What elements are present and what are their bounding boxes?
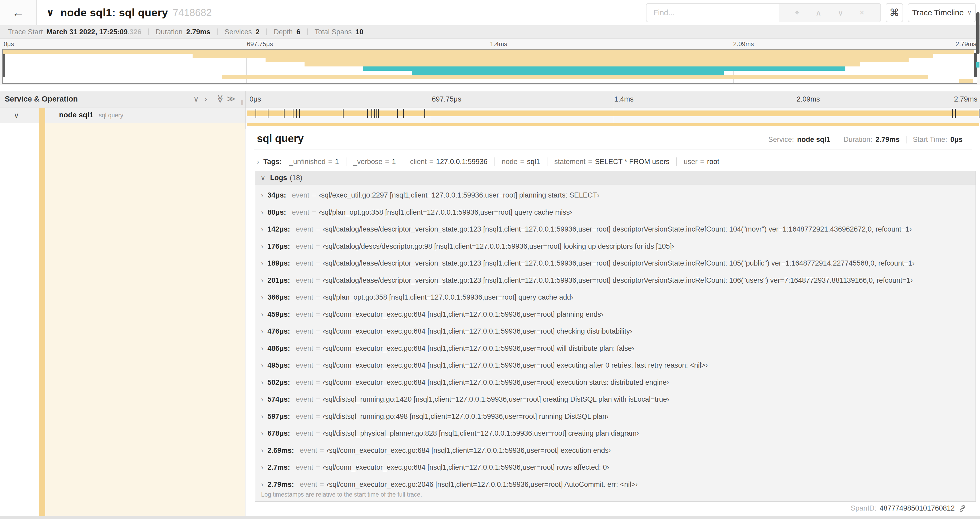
scrollbar-thumb[interactable] [976, 12, 980, 54]
meta-value: 0μs [950, 136, 963, 144]
log-equals: = [320, 447, 324, 454]
span-row-name-cell[interactable]: ∨ node sql1sql query [0, 108, 245, 123]
log-timestamp: 502μs: [267, 378, 290, 386]
log-entry-row[interactable]: ›2.69ms:event=‹sql/conn_executor_exec.go… [261, 447, 611, 455]
minimap-span-row [363, 67, 845, 71]
tag-equals: = [385, 158, 389, 166]
expand-all-icon[interactable]: ≫ [227, 95, 235, 103]
summary-divider [217, 29, 218, 35]
log-entry-row[interactable]: ›459μs:event=‹sql/conn_executor_exec.go:… [261, 310, 603, 319]
chevron-right-icon: › [257, 158, 259, 166]
minimap-span-row [266, 58, 908, 62]
log-equals: = [316, 463, 320, 471]
log-equals: = [316, 242, 320, 250]
summary-item: Duration2.79ms [156, 28, 210, 36]
keyboard-shortcuts-button[interactable]: ⌘ [886, 3, 903, 22]
log-entry-row[interactable]: ›142μs:event=‹sql/catalog/lease/descript… [261, 225, 912, 233]
log-entry-row[interactable]: ›476μs:event=‹sql/conn_executor_exec.go:… [261, 327, 632, 335]
log-field-key: event [292, 191, 309, 199]
clear-icon[interactable]: × [860, 8, 864, 18]
log-entry-row[interactable]: ›80μs:event=‹sql/plan_opt.go:358 [nsql1,… [261, 208, 572, 217]
timeline-tick-label: 2.09ms [797, 95, 820, 103]
meta-label: Duration: [843, 136, 872, 144]
summary-divider [266, 29, 267, 35]
log-field-key: event [296, 361, 313, 369]
span-duration-bar[interactable] [247, 110, 979, 116]
log-entry-row[interactable]: ›176μs:event=‹sql/catalog/descs/descript… [261, 242, 674, 251]
log-entry-row[interactable]: ›678μs:event=‹sql/distsql_physical_plann… [261, 430, 639, 438]
collapse-all-icon[interactable]: ≫ [216, 94, 224, 103]
log-entry-row[interactable]: ›201μs:event=‹sql/catalog/lease/descript… [261, 276, 913, 284]
log-field-key: event [300, 447, 317, 454]
log-tick-mark [979, 109, 980, 118]
log-entry-row[interactable]: ›574μs:event=‹sql/distsql_running.go:142… [261, 395, 670, 404]
log-entry-row[interactable]: ›34μs:event=‹sql/exec_util.go:2297 [nsql… [261, 191, 599, 200]
tag-equals: = [328, 158, 332, 166]
log-entry-row[interactable]: ›486μs:event=‹sql/conn_executor_exec.go:… [261, 345, 634, 353]
chevron-right-icon: › [261, 192, 263, 199]
minimap-tick-label: 2.79ms [956, 40, 976, 48]
logs-section: ∨ Logs (18) ›34μs:event=‹sql/exec_util.g… [255, 171, 976, 501]
span-expander-icon[interactable]: ∨ [14, 111, 19, 120]
tags-row[interactable]: ›Tags:_unfinished=1_verbose=1client=127.… [257, 155, 719, 168]
minimap-span-row [412, 71, 724, 75]
chevron-right-icon: › [261, 396, 263, 403]
span-color-accent [39, 108, 45, 123]
log-field-value: ‹sql/conn_executor_exec.go:684 [nsql1,cl… [323, 327, 632, 335]
chevron-right-icon: › [261, 481, 263, 488]
log-entry-row[interactable]: ›2.7ms:event=‹sql/conn_executor_exec.go:… [261, 463, 609, 471]
next-match-icon[interactable]: ∨ [837, 8, 843, 18]
tag-key: _verbose [353, 158, 382, 166]
log-entry-row[interactable]: ›495μs:event=‹sql/conn_executor_exec.go:… [261, 361, 708, 369]
view-selector-dropdown[interactable]: Trace Timeline ∨ [908, 3, 976, 22]
minimap-canvas[interactable] [2, 49, 977, 84]
link-icon[interactable] [958, 505, 966, 513]
summary-value: 2.79ms [186, 28, 210, 36]
log-field-value: ‹sql/conn_executor_exec.go:684 [nsql1,cl… [323, 345, 634, 352]
find-box: Find... ⌖∧∨× [646, 3, 881, 22]
log-entry-row[interactable]: ›502μs:event=‹sql/conn_executor_exec.go:… [261, 378, 669, 386]
chevron-right-icon: › [261, 225, 263, 233]
log-entry-row[interactable]: ›597μs:event=‹sql/distsql_running.go:498… [261, 412, 609, 421]
meta-label: Start Time: [913, 136, 947, 144]
find-input[interactable]: Find... [646, 4, 779, 22]
tag-item: client=127.0.0.1:59936 [410, 158, 488, 166]
chevron-down-icon: ∨ [967, 10, 971, 16]
log-field-value: ‹sql/catalog/descs/descriptor.go:98 [nsq… [323, 242, 674, 250]
log-tick-mark [293, 109, 293, 118]
log-timestamp: 495μs: [267, 361, 290, 369]
log-timestamp: 189μs: [267, 259, 290, 267]
tag-value: 1 [335, 158, 339, 166]
log-entry-row[interactable]: ›2.79ms:event=‹sql/conn_executor_exec.go… [261, 481, 638, 489]
log-timestamp: 486μs: [267, 345, 290, 352]
locate-icon[interactable]: ⌖ [795, 8, 799, 18]
prev-match-icon[interactable]: ∧ [815, 8, 821, 18]
log-entry-row[interactable]: ›189μs:event=‹sql/catalog/lease/descript… [261, 259, 915, 267]
minimap-left-scrub-handle[interactable] [3, 54, 5, 77]
back-button[interactable]: ← [0, 0, 37, 25]
log-tick-mark [256, 109, 256, 118]
log-field-key: event [296, 259, 313, 267]
view-selector-label: Trace Timeline [912, 8, 964, 17]
expand-one-icon[interactable]: › [204, 95, 207, 103]
meta-label: Service: [768, 136, 794, 144]
back-arrow-icon: ← [12, 6, 24, 20]
tag-item: _unfinished=1 [289, 158, 339, 166]
summary-divider [307, 29, 308, 35]
collapse-one-icon[interactable]: ∨ [193, 95, 199, 103]
column-split-border[interactable] [245, 91, 245, 129]
logs-header[interactable]: ∨ Logs (18) [255, 171, 975, 185]
chevron-right-icon: › [261, 327, 263, 335]
trace-title-group: ∨ node sql1: sql query 7418682 [46, 0, 212, 25]
log-tick-mark [955, 109, 956, 118]
log-entry-row[interactable]: ›366μs:event=‹sql/plan_opt.go:358 [nsql1… [261, 293, 573, 302]
log-equals: = [316, 225, 320, 233]
log-timestamp: 142μs: [267, 225, 290, 233]
log-equals: = [316, 293, 320, 301]
tags-label: Tags: [263, 158, 282, 166]
timeline-tick-label: 0μs [250, 95, 261, 103]
log-field-key: event [296, 412, 313, 420]
timeline-tick-label: 697.75μs [432, 95, 461, 103]
column-resizer-grip[interactable]: ‖ [241, 99, 244, 107]
trace-collapse-icon[interactable]: ∨ [46, 7, 54, 18]
